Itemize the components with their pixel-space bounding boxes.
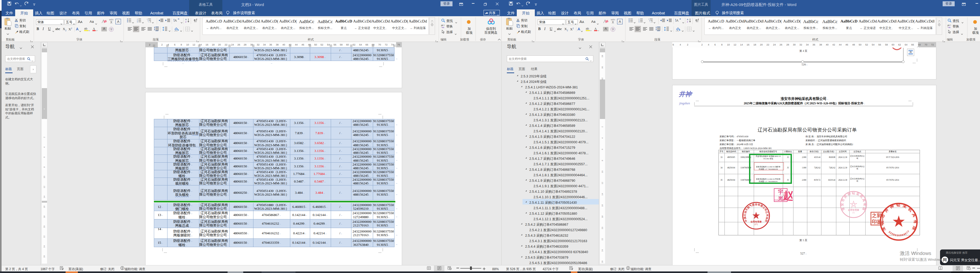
svg-text:中国石油天然气股份有限公司辽河油田分公司: 中国石油天然气股份有限公司辽河油田分公司 (742, 201, 769, 222)
svg-text:A: A (687, 18, 689, 21)
svg-text:合同专用章: 合同专用章 (750, 220, 762, 223)
svg-text:Z: Z (687, 21, 688, 23)
svg-text:合同专用章: 合同专用章 (848, 209, 859, 211)
svg-text:3208030994677: 3208030994677 (888, 230, 910, 237)
svg-text:3: 3 (638, 21, 639, 22)
svg-text:i: i (148, 21, 149, 22)
svg-text:(1): (1) (853, 212, 855, 214)
svg-text:Z: Z (185, 21, 186, 23)
svg-text:淮安市井神钻采机具有限公司: 淮安市井神钻采机具有限公司 (840, 190, 867, 211)
svg-text:ac: ac (442, 26, 444, 28)
svg-text:ab: ab (84, 27, 87, 30)
svg-text:(27): (27) (754, 224, 758, 225)
svg-text:ac: ac (948, 26, 950, 28)
svg-text:ab: ab (586, 27, 589, 30)
svg-text:A: A (676, 19, 678, 22)
svg-text:A: A (185, 18, 187, 21)
svg-text:3: 3 (137, 21, 138, 22)
svg-text:A: A (93, 27, 95, 30)
svg-text:A: A (594, 27, 597, 30)
svg-text:A: A (175, 19, 177, 22)
